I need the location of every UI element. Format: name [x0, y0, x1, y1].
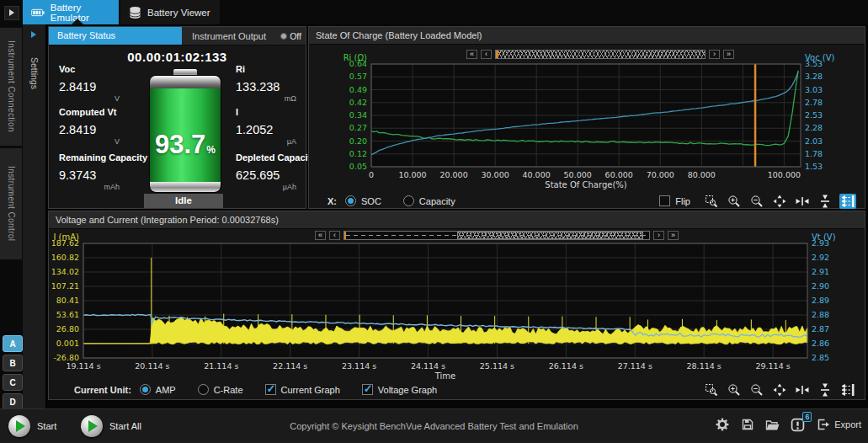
scroll-left-button[interactable]: ‹ [481, 50, 492, 59]
output-state-toggle[interactable]: Off [280, 31, 306, 41]
svg-text:2.86: 2.86 [812, 339, 829, 348]
sidebar-item-settings[interactable]: Settings [23, 43, 45, 104]
current-graph-checkbox[interactable]: Current Graph [265, 384, 340, 395]
title-bar: Battery Emulator Battery Viewer [0, 0, 868, 24]
export-button[interactable]: Export [816, 418, 861, 431]
zoom-in-icon[interactable] [726, 382, 743, 398]
soc-chart[interactable]: 0.640.570.490.420.340.270.200.120.053.53… [324, 49, 855, 190]
svg-text:0.34: 0.34 [349, 110, 367, 120]
radio-icon [345, 195, 356, 206]
scroll-far-left-button[interactable]: « [466, 50, 477, 59]
tab-battery-emulator[interactable]: Battery Emulator [23, 0, 119, 24]
svg-text:24.114 s: 24.114 s [411, 361, 445, 371]
vc-chart-controls: Current Unit: AMP C-Rate Current Graph V… [49, 381, 865, 398]
tab-battery-viewer[interactable]: Battery Viewer [120, 0, 220, 24]
svg-text:80.000: 80.000 [688, 170, 716, 179]
scroll-right-button[interactable]: › [709, 50, 720, 59]
svg-text:20.114 s: 20.114 s [135, 361, 169, 371]
auto-scroll-icon[interactable] [839, 382, 856, 398]
zoom-out-icon[interactable] [748, 194, 765, 209]
sidebar-item-instrument-control[interactable]: Instrument Control [0, 148, 22, 259]
svg-text:0.20: 0.20 [349, 136, 367, 146]
settings-expand-icon[interactable] [31, 31, 36, 38]
x-axis-mode-label: X: [327, 196, 337, 206]
save-icon[interactable] [741, 418, 754, 431]
scrollbar-thumb[interactable] [496, 51, 705, 58]
soc-percent: 93.7 % [150, 130, 221, 160]
fit-vertical-icon[interactable] [817, 194, 833, 209]
export-label: Export [834, 419, 861, 430]
svg-text:29.114 s: 29.114 s [755, 361, 790, 371]
panel-title: Voltage and Current (Integration Period:… [49, 211, 865, 229]
svg-text:2.78: 2.78 [805, 98, 823, 107]
svg-text:22.114 s: 22.114 s [273, 361, 307, 371]
voltage-graph-checkbox[interactable]: Voltage Graph [362, 384, 437, 395]
radio-label: C-Rate [214, 385, 243, 395]
flip-label: Flip [675, 196, 690, 206]
svg-text:Voc (V): Voc (V) [805, 53, 835, 62]
state-of-charge-panel: State Of Charge (Battery Loaded Model) «… [308, 26, 865, 209]
svg-text:Ri (Ω): Ri (Ω) [343, 53, 367, 62]
auto-scroll-icon[interactable] [839, 194, 856, 209]
chart-scrollbar[interactable]: « ‹ › » [466, 49, 734, 60]
radio-icon [403, 195, 414, 206]
scroll-left-button[interactable]: ‹ [329, 231, 340, 240]
soc-percent-value: 93.7 [155, 130, 205, 160]
svg-text:134.02: 134.02 [52, 267, 79, 276]
zoom-region-icon[interactable] [703, 382, 720, 398]
channel-button-b[interactable]: B [3, 355, 23, 371]
svg-text:10.000: 10.000 [398, 170, 426, 179]
fit-horizontal-icon[interactable] [794, 382, 811, 398]
radio-c-rate[interactable]: C-Rate [198, 384, 243, 395]
folder-icon[interactable] [765, 419, 780, 431]
tab-label: Battery Viewer [147, 8, 210, 18]
zoom-region-icon[interactable] [703, 194, 720, 209]
gear-icon[interactable] [715, 417, 730, 432]
voltage-current-chart[interactable]: 187.62160.82134.02107.2180.4153.6126.800… [52, 233, 860, 381]
fit-vertical-icon[interactable] [817, 382, 833, 398]
svg-text:28.114 s: 28.114 s [687, 361, 722, 371]
svg-text:26.80: 26.80 [56, 324, 79, 334]
svg-text:0.49: 0.49 [349, 85, 367, 94]
notification-badge: 6 [802, 412, 812, 422]
fit-all-icon[interactable] [771, 382, 788, 398]
svg-text:0.001: 0.001 [56, 339, 79, 348]
benchvue-app: Battery Emulator Battery Viewer Instrume… [0, 0, 868, 443]
tab-battery-status[interactable]: Battery Status [49, 27, 182, 45]
zoom-in-icon[interactable] [726, 194, 743, 209]
scrollbar-thumb[interactable] [457, 232, 643, 239]
expand-panel-icon[interactable] [4, 6, 19, 20]
tab-instrument-output[interactable]: Instrument Output Off [182, 27, 306, 45]
scroll-far-right-button[interactable]: » [668, 231, 679, 240]
battery-status-header: Battery Status Instrument Output Off [49, 27, 306, 45]
database-icon [129, 6, 141, 19]
scroll-far-right-button[interactable]: » [723, 50, 734, 59]
checkbox-label: Voltage Graph [378, 385, 437, 395]
svg-text:80.41: 80.41 [56, 296, 79, 305]
svg-text:25.114 s: 25.114 s [480, 361, 514, 371]
channel-button-d[interactable]: D [3, 393, 23, 410]
svg-text:2.87: 2.87 [812, 324, 829, 334]
scrollbar-track[interactable] [495, 50, 706, 59]
scroll-far-left-button[interactable]: « [315, 231, 326, 240]
svg-text:2.03: 2.03 [805, 136, 823, 146]
sidebar-item-instrument-connection[interactable]: Instrument Connection [0, 28, 22, 146]
radio-amp[interactable]: AMP [140, 384, 176, 395]
settings-rail: Settings [23, 24, 46, 408]
channel-button-c[interactable]: C [3, 374, 23, 391]
radio-soc[interactable]: SOC [345, 195, 381, 206]
checkbox-icon [659, 195, 670, 206]
fit-horizontal-icon[interactable] [794, 194, 811, 209]
alert-icon[interactable]: 6 [791, 418, 805, 432]
scroll-right-button[interactable]: › [653, 231, 664, 240]
scrollbar-track[interactable] [343, 231, 650, 240]
svg-text:70.000: 70.000 [647, 170, 674, 179]
channel-button-a[interactable]: A [3, 335, 23, 352]
radio-capacity[interactable]: Capacity [403, 195, 455, 206]
svg-text:2.91: 2.91 [812, 267, 829, 276]
svg-text:2.28: 2.28 [805, 123, 823, 132]
zoom-out-icon[interactable] [748, 382, 765, 398]
chart-scrollbar[interactable]: « ‹ › » [315, 230, 679, 241]
fit-all-icon[interactable] [771, 194, 788, 209]
flip-checkbox[interactable]: Flip [659, 195, 690, 206]
